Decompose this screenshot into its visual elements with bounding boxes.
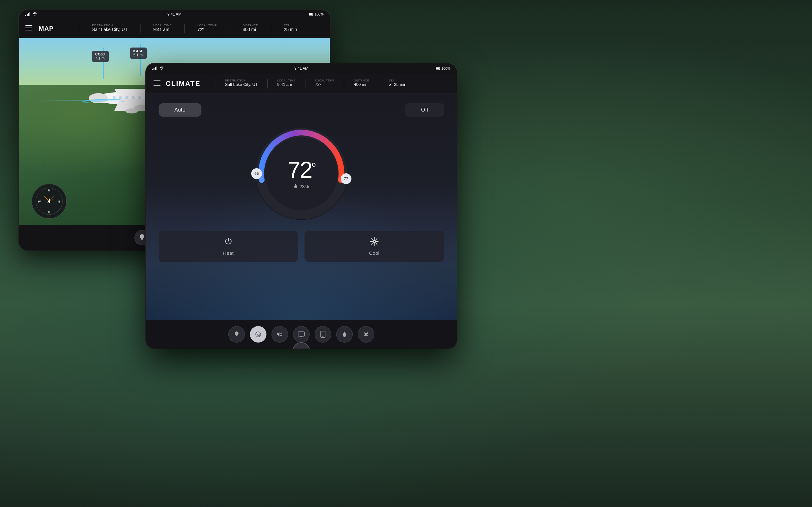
back-distance: DISTANCE 400 mi [243,24,258,33]
humidity-display: 23% [294,184,309,189]
svg-rect-47 [154,83,160,83]
divider [379,79,379,89]
svg-point-18 [119,96,122,99]
svg-text:N: N [48,189,50,192]
svg-rect-44 [440,68,440,69]
front-plane-icon: ✈ [387,81,394,88]
svg-point-23 [125,108,138,113]
front-nav-bar: CLIMATE DESTINATION Salt Lake City, UT L… [146,73,457,94]
front-page-title: CLIMATE [165,79,200,88]
front-battery: 100% [436,66,450,70]
front-tablet-screen: 9:41 AM 100% CLIMATE DESTINATION [146,63,457,349]
front-status-bar: 9:41 AM 100% [146,63,457,73]
svg-rect-6 [313,14,313,15]
back-local-time: LOCAL TIME 9:41 am [153,24,171,33]
svg-rect-0 [26,15,26,16]
back-menu-icon[interactable] [26,25,32,32]
front-icon-water[interactable] [336,326,353,343]
svg-point-19 [125,96,129,99]
svg-point-57 [373,240,375,242]
svg-rect-2 [28,13,29,16]
svg-text:S: S [48,210,50,214]
waypoint-co03: CO03 7.1 mi [92,51,109,62]
svg-rect-68 [298,332,305,336]
back-page-title: MAP [39,25,54,32]
front-eta: ETA ✈ 25 min [389,79,406,89]
svg-point-60 [370,241,371,242]
divider [215,79,215,89]
svg-point-20 [132,96,135,99]
svg-rect-10 [26,30,32,31]
front-menu-icon[interactable] [154,80,160,87]
svg-point-17 [113,96,116,99]
svg-point-58 [374,237,375,238]
front-tablet: 9:41 AM 100% CLIMATE DESTINATION [146,63,457,349]
divider [230,24,230,33]
auto-button[interactable]: Auto [159,103,201,117]
svg-rect-1 [27,14,28,16]
back-local-temp: LOCAL TEMP 72º [197,24,217,33]
svg-rect-3 [29,12,30,16]
back-signal-icons [26,12,37,16]
front-icon-lightbulb[interactable] [229,326,245,343]
divider [305,79,305,89]
svg-rect-40 [155,67,156,70]
svg-point-63 [376,244,377,245]
waypoint-kase: KASE 5.1 mi [130,48,147,59]
svg-point-65 [371,244,372,245]
dial-min-temp: 65 [251,168,262,179]
svg-text:E: E [58,200,60,203]
svg-point-4 [35,15,36,16]
front-icon-screen[interactable] [293,326,310,343]
back-status-bar: 9:41 AM 100% [19,9,330,19]
svg-text:W: W [38,200,41,203]
front-destination: DESTINATION Salt Lake City, UT [225,79,258,89]
off-button[interactable]: Off [405,103,444,117]
dial-max-temp: 77 [341,173,351,184]
front-icon-temp-active[interactable]: 72 [250,326,266,343]
climate-mode-buttons: Heat [159,231,444,262]
svg-rect-8 [26,25,32,26]
divider [184,24,185,33]
divider [79,24,79,33]
svg-rect-46 [154,80,160,81]
temperature-display: 72º [288,158,315,181]
thermostat-dial[interactable]: 65 77 72º 23% [251,123,352,224]
svg-text:72: 72 [257,333,260,336]
front-icon-plane[interactable] [358,326,374,343]
svg-point-61 [378,241,379,242]
back-nav-info: DESTINATION Salt Lake City, UT LOCAL TIM… [79,24,297,33]
back-status-time: 9:41 AM [167,12,182,16]
heat-icon [224,237,233,248]
front-distance: DISTANCE 400 mi [354,79,369,89]
svg-point-64 [376,238,377,239]
front-nav-info: DESTINATION Salt Lake City, UT LOCAL TIM… [215,79,406,89]
front-icon-tablet[interactable] [315,326,331,343]
divider [271,24,271,33]
front-status-time: 9:41 AM [294,66,308,71]
cool-button[interactable]: Cool [305,231,444,262]
front-signal-icons [152,66,164,70]
svg-rect-48 [154,85,160,86]
svg-rect-39 [154,68,154,70]
back-destination: DESTINATION Salt Lake City, UT [92,24,128,33]
cool-label: Cool [369,250,380,256]
climate-controls: Auto Off [146,94,457,320]
svg-rect-41 [156,66,157,70]
back-nav-bar: MAP DESTINATION Salt Lake City, UT LOCAL… [19,19,330,38]
heat-label: Heat [223,250,234,256]
airplane-trail [38,100,108,101]
climate-top-buttons: Auto Off [159,103,444,117]
front-local-time: LOCAL TIME 9:41 am [277,79,296,89]
svg-line-31 [44,196,49,201]
divider [140,24,141,33]
svg-point-59 [374,245,375,246]
thermostat-center: 72º 23% [288,158,315,189]
svg-point-72 [322,336,323,337]
divider [267,79,268,89]
heat-button[interactable]: Heat [159,231,298,262]
svg-rect-38 [152,69,153,70]
front-icon-volume[interactable] [271,326,288,343]
svg-point-42 [161,69,162,70]
humidity-icon [294,184,298,189]
